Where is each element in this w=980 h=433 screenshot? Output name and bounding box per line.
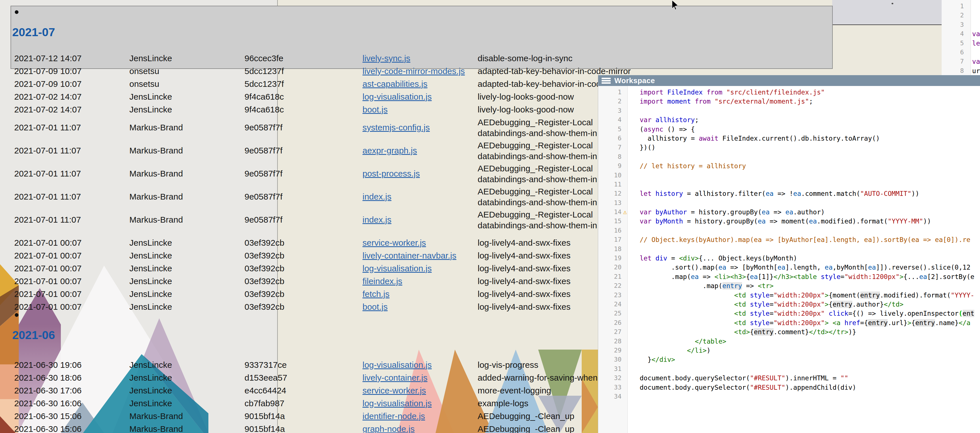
file-link[interactable]: boot.js bbox=[363, 105, 388, 115]
commit-author: JensLincke bbox=[129, 397, 172, 410]
commit-comment: AEDebugging_-Register-Localdatabindings-… bbox=[477, 116, 597, 139]
code-line bbox=[972, 11, 980, 20]
commit-history-list: 2021-072021-07-12 14:07JensLincke96ccec3… bbox=[0, 0, 600, 433]
file-link[interactable]: post-process.js bbox=[363, 169, 420, 179]
workspace-title: Workspace bbox=[614, 76, 655, 85]
file-link[interactable]: index.js bbox=[363, 192, 391, 201]
line-number: 24 bbox=[598, 300, 627, 309]
file-link[interactable]: lively-code-mirror-modes.js bbox=[363, 66, 465, 76]
commit-date: 2021-07-01 00:07 bbox=[14, 262, 81, 275]
file-link[interactable]: lively-container-navbar.js bbox=[363, 251, 456, 260]
line-number: 7 bbox=[942, 57, 970, 66]
commit-row: 2021-07-12 14:07JensLincke96ccec3felivel… bbox=[0, 52, 671, 65]
commit-comment: AEDebugging_-Register-Localdatabindings-… bbox=[477, 162, 597, 185]
file-link[interactable]: lively-container.js bbox=[363, 373, 427, 383]
commit-comment: AEDebugging_-Clean_up bbox=[477, 422, 574, 433]
commit-row: 2021-07-01 11:07Markus-Brand9e0587f7find… bbox=[0, 208, 671, 231]
commit-row: 2021-06-30 19:06JensLincke9337317celog-v… bbox=[0, 358, 671, 371]
commit-author: JensLincke bbox=[129, 90, 172, 103]
line-number: 3 bbox=[598, 106, 627, 115]
commit-comment: disable-some-log-in-sync bbox=[477, 52, 572, 65]
hamburger-icon[interactable] bbox=[598, 75, 611, 86]
file-link[interactable]: systemjs-config.js bbox=[363, 123, 430, 133]
file-link[interactable]: index.js bbox=[363, 215, 391, 225]
line-number: 9 bbox=[598, 161, 627, 171]
file-link[interactable]: lively-sync.js bbox=[363, 54, 410, 63]
code-line: .sort().map(ea => [byMonth[ea].length, e… bbox=[640, 263, 980, 272]
code-line: ur bbox=[972, 66, 980, 75]
commit-file-cell: lively-container-navbar.js bbox=[363, 249, 456, 262]
commit-author: JensLincke bbox=[129, 103, 172, 116]
file-link[interactable]: graph-node.js bbox=[363, 424, 415, 433]
file-link[interactable]: log-visualisation.js bbox=[363, 264, 431, 273]
file-link[interactable]: service-worker.js bbox=[363, 386, 426, 395]
commit-comment: log-lively4-and-swx-fixes bbox=[477, 262, 571, 275]
commit-author: JensLincke bbox=[129, 249, 172, 262]
code-editor[interactable]: import FileIndex from "src/client/filein… bbox=[628, 86, 980, 433]
commit-hash: 03ef392cb bbox=[245, 275, 284, 288]
commit-comment: log-lively4-and-swx-fixes bbox=[477, 236, 571, 249]
file-link[interactable]: fileindex.js bbox=[363, 276, 402, 286]
code-line: <td style="width:200px" click={() => liv… bbox=[640, 309, 980, 318]
line-number: 28 bbox=[598, 337, 627, 346]
code-gutter: 1234567891011121314⚠15161718192021222324… bbox=[598, 86, 628, 433]
commit-file-cell: lively-container.js bbox=[363, 371, 427, 384]
commit-author: onsetsu bbox=[129, 77, 159, 90]
code-line bbox=[640, 171, 980, 180]
commit-date: 2021-06-30 15:06 bbox=[14, 422, 81, 433]
bullet-dot bbox=[15, 313, 19, 317]
file-link[interactable]: aexpr-graph.js bbox=[363, 146, 417, 155]
code-line: <td style="width:200px">{entry.author}</… bbox=[640, 300, 980, 309]
commit-date: 2021-07-12 14:07 bbox=[14, 52, 81, 65]
file-link[interactable]: boot.js bbox=[363, 302, 388, 312]
commit-date: 2021-07-01 00:07 bbox=[14, 300, 81, 313]
commit-row: 2021-07-02 14:07JensLincke9f4ca618cboot.… bbox=[0, 103, 671, 116]
commit-hash: 9e0587f7f bbox=[245, 185, 282, 208]
commit-row: 2021-07-01 00:07JensLincke03ef392cblivel… bbox=[0, 249, 671, 262]
commit-date: 2021-07-01 11:07 bbox=[14, 208, 81, 231]
commit-hash: 5dcc1237f bbox=[245, 65, 284, 77]
file-link[interactable]: service-worker.js bbox=[363, 238, 426, 248]
commit-row: 2021-07-02 14:07JensLincke9f4ca618clog-v… bbox=[0, 90, 671, 103]
code-line bbox=[640, 106, 980, 115]
line-number: 20 bbox=[598, 263, 627, 272]
code-line: var byMonth = history.groupBy(ea => mome… bbox=[640, 217, 980, 226]
commit-file-cell: fileindex.js bbox=[363, 275, 402, 288]
line-number: 14⚠ bbox=[598, 208, 627, 217]
line-number: 32 bbox=[598, 374, 627, 383]
commit-file-cell: aexpr-graph.js bbox=[363, 139, 417, 162]
file-link[interactable]: identifier-node.js bbox=[363, 411, 425, 421]
file-link[interactable]: ast-capabilities.js bbox=[363, 79, 427, 89]
code-line: .map(entry => <tr> bbox=[640, 281, 980, 290]
workspace-titlebar[interactable]: Workspace bbox=[598, 75, 980, 86]
commit-file-cell: fetch.js bbox=[363, 288, 390, 300]
commit-date: 2021-07-01 00:07 bbox=[14, 236, 81, 249]
commit-author: onsetsu bbox=[129, 65, 159, 77]
commit-author: Markus-Brand bbox=[129, 422, 183, 433]
commit-file-cell: index.js bbox=[363, 208, 391, 231]
commit-hash: 03ef392cb bbox=[245, 249, 284, 262]
line-number: 16 bbox=[598, 226, 627, 235]
commit-hash: 9e0587f7f bbox=[245, 139, 282, 162]
file-link[interactable]: log-visualisation.js bbox=[363, 399, 431, 408]
code-line bbox=[972, 48, 980, 57]
line-number: 7 bbox=[598, 143, 627, 152]
commit-file-cell: lively-sync.js bbox=[363, 52, 410, 65]
commit-hash: cb7fab987 bbox=[245, 397, 284, 410]
line-number: 27 bbox=[598, 328, 627, 337]
file-link[interactable]: fetch.js bbox=[363, 289, 390, 299]
file-link[interactable]: log-visualisation.js bbox=[363, 92, 431, 102]
line-number: 8 bbox=[598, 152, 627, 161]
commit-date: 2021-07-01 11:07 bbox=[14, 139, 81, 162]
commit-comment: lively-log-looks-good-now bbox=[477, 90, 574, 103]
code-line: let div = <div>{... Object.keys(byMonth) bbox=[640, 254, 980, 263]
file-link[interactable]: log-visualisation.js bbox=[363, 360, 431, 370]
commit-comment: added-warning-for-saving-when bbox=[477, 371, 598, 384]
code-line bbox=[972, 2, 980, 11]
code-line: var byAuthor = history.groupBy(ea => ea.… bbox=[640, 208, 980, 217]
commit-hash: 03ef392cb bbox=[245, 262, 284, 275]
commit-comment: log-lively4-and-swx-fixes bbox=[477, 300, 571, 313]
commit-file-cell: systemjs-config.js bbox=[363, 116, 430, 139]
code-line bbox=[640, 152, 980, 161]
line-number: 6 bbox=[598, 134, 627, 143]
